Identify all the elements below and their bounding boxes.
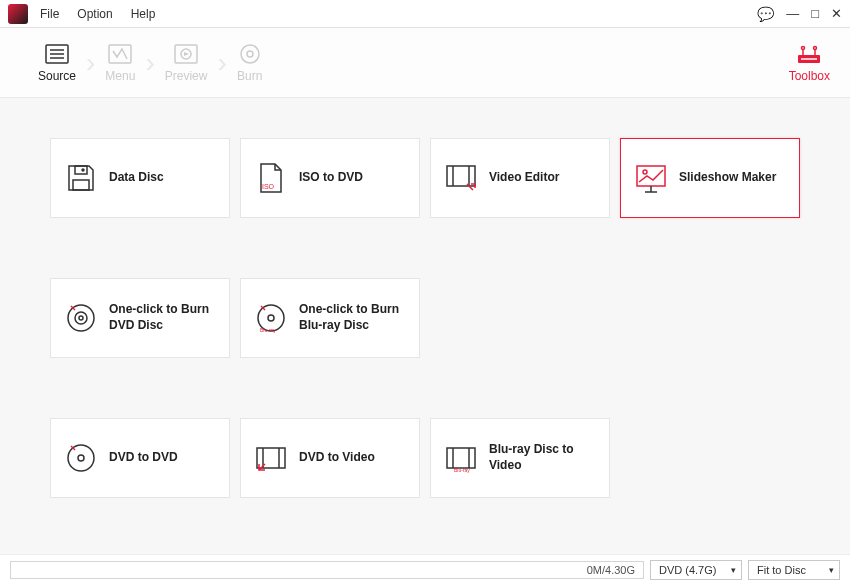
svg-point-13	[814, 46, 817, 49]
svg-rect-4	[109, 45, 131, 63]
menu-help[interactable]: Help	[131, 7, 156, 21]
nav-source[interactable]: Source	[20, 43, 94, 83]
feedback-icon[interactable]: 💬	[757, 6, 774, 22]
tool-label: Slideshow Maker	[679, 170, 776, 186]
svg-point-33	[78, 455, 84, 461]
window-controls: 💬 — □ ✕	[757, 6, 842, 22]
nav-toolbox-label: Toolbox	[789, 69, 830, 83]
toolbox-content: Data Disc ISO ISO to DVD Video Editor Sl…	[0, 98, 850, 554]
tool-data-disc[interactable]: Data Disc	[50, 138, 230, 218]
svg-point-17	[82, 169, 84, 171]
svg-text:Blu-ray: Blu-ray	[260, 327, 276, 333]
nav-source-label: Source	[38, 69, 76, 83]
svg-point-27	[75, 312, 87, 324]
capacity-text: 0M/4.30G	[587, 564, 635, 576]
disc-type-dropdown[interactable]: DVD (4.7G)	[650, 560, 742, 580]
nav-menu[interactable]: Menu	[87, 43, 153, 83]
iso-file-icon: ISO	[255, 162, 287, 194]
nav-burn-label: Burn	[237, 69, 262, 83]
tool-label: One-click to Burn DVD Disc	[109, 302, 215, 333]
tool-dvd-to-dvd[interactable]: DVD to DVD	[50, 418, 230, 498]
tool-label: DVD to Video	[299, 450, 375, 466]
tool-oneclick-bluray[interactable]: Blu-ray One-click to Burn Blu-ray Disc	[240, 278, 420, 358]
svg-rect-19	[447, 166, 475, 186]
nav-burn[interactable]: Burn	[219, 43, 281, 83]
tool-label: Blu-ray Disc to Video	[489, 442, 595, 473]
menu-option[interactable]: Option	[77, 7, 112, 21]
maximize-button[interactable]: □	[811, 6, 819, 21]
tool-label: DVD to DVD	[109, 450, 178, 466]
svg-point-8	[247, 51, 253, 57]
fit-value: Fit to Disc	[757, 564, 806, 576]
video-editor-icon	[445, 162, 477, 194]
tool-row-3: DVD to DVD DVD to Video Blu-ray Blu-ray …	[50, 418, 800, 498]
nav-toolbox[interactable]: Toolbox	[789, 43, 830, 83]
svg-point-28	[79, 316, 83, 320]
nav-preview[interactable]: Preview	[147, 43, 226, 83]
menubar: File Option Help	[40, 7, 155, 21]
svg-rect-22	[637, 166, 665, 186]
toolbox-icon	[795, 43, 823, 65]
menu-icon	[107, 43, 133, 65]
bluray-video-icon: Blu-ray	[445, 442, 477, 474]
tool-row-1: Data Disc ISO ISO to DVD Video Editor Sl…	[50, 138, 800, 218]
minimize-button[interactable]: —	[786, 6, 799, 21]
tool-bluray-to-video[interactable]: Blu-ray Blu-ray Disc to Video	[430, 418, 610, 498]
floppy-icon	[65, 162, 97, 194]
close-button[interactable]: ✕	[831, 6, 842, 21]
svg-rect-16	[73, 180, 89, 190]
footer-bar: 0M/4.30G DVD (4.7G) Fit to Disc	[0, 554, 850, 584]
svg-rect-34	[257, 448, 285, 468]
nav-preview-label: Preview	[165, 69, 208, 83]
disc-type-value: DVD (4.7G)	[659, 564, 716, 576]
tool-video-editor[interactable]: Video Editor	[430, 138, 610, 218]
svg-text:ISO: ISO	[262, 183, 275, 190]
svg-point-7	[241, 45, 259, 63]
tool-label: One-click to Burn Blu-ray Disc	[299, 302, 405, 333]
svg-rect-37	[447, 448, 475, 468]
svg-point-12	[802, 46, 805, 49]
tool-label: ISO to DVD	[299, 170, 363, 186]
tool-dvd-to-video[interactable]: DVD to Video	[240, 418, 420, 498]
svg-point-32	[68, 445, 94, 471]
fit-dropdown[interactable]: Fit to Disc	[748, 560, 840, 580]
svg-rect-15	[75, 166, 87, 174]
disc-copy-icon	[65, 442, 97, 474]
bluray-burn-icon: Blu-ray	[255, 302, 287, 334]
slideshow-icon	[635, 162, 667, 194]
tool-slideshow-maker[interactable]: Slideshow Maker	[620, 138, 800, 218]
capacity-bar: 0M/4.30G	[10, 561, 644, 579]
titlebar: File Option Help 💬 — □ ✕	[0, 0, 850, 28]
tool-label: Video Editor	[489, 170, 559, 186]
tool-row-2: One-click to Burn DVD Disc Blu-ray One-c…	[50, 278, 800, 358]
burn-icon	[237, 43, 263, 65]
svg-point-23	[643, 170, 647, 174]
source-icon	[44, 43, 70, 65]
svg-point-30	[268, 315, 274, 321]
tool-label: Data Disc	[109, 170, 164, 186]
svg-point-26	[68, 305, 94, 331]
app-logo-icon	[8, 4, 28, 24]
svg-text:Blu-ray: Blu-ray	[454, 467, 470, 473]
disc-burn-icon	[65, 302, 97, 334]
menu-file[interactable]: File	[40, 7, 59, 21]
tool-iso-to-dvd[interactable]: ISO ISO to DVD	[240, 138, 420, 218]
nav-breadcrumb: Source › Menu › Preview › Burn Toolbox	[0, 28, 850, 98]
dvd-video-icon	[255, 442, 287, 474]
nav-menu-label: Menu	[105, 69, 135, 83]
preview-icon	[173, 43, 199, 65]
tool-oneclick-dvd[interactable]: One-click to Burn DVD Disc	[50, 278, 230, 358]
